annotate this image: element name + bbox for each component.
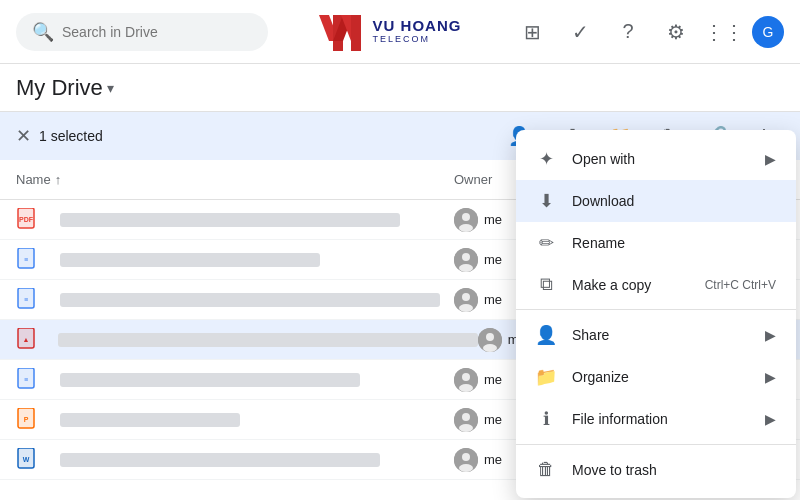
user-avatar bbox=[478, 328, 502, 352]
file-icon: ≡ bbox=[16, 288, 48, 312]
menu-item-rename[interactable]: ✏ Rename bbox=[516, 222, 796, 264]
file-type-icon: ≡ bbox=[16, 248, 40, 272]
svg-text:≡: ≡ bbox=[24, 376, 28, 383]
file-name-area bbox=[60, 413, 454, 427]
menu-icon-make-copy: ⧉ bbox=[536, 274, 556, 295]
menu-icon-share: 👤 bbox=[536, 324, 556, 346]
search-icon: 🔍 bbox=[32, 21, 54, 43]
menu-label-rename: Rename bbox=[572, 235, 776, 251]
menu-item-trash[interactable]: 🗑 Move to trash bbox=[516, 449, 796, 490]
file-type-icon: P bbox=[16, 408, 40, 432]
avatar[interactable]: G bbox=[752, 16, 784, 48]
search-input[interactable] bbox=[62, 24, 252, 40]
file-name-area bbox=[60, 213, 454, 227]
svg-point-45 bbox=[462, 453, 470, 461]
file-icon: W bbox=[16, 448, 48, 472]
file-type-icon: ▲ bbox=[16, 328, 40, 352]
apps-icon-btn[interactable]: ⋮⋮ bbox=[704, 12, 744, 52]
svg-point-16 bbox=[459, 264, 473, 272]
menu-label-trash: Move to trash bbox=[572, 462, 776, 478]
file-name-placeholder bbox=[58, 333, 478, 347]
file-name-area bbox=[60, 293, 454, 307]
menu-label-download: Download bbox=[572, 193, 776, 209]
file-icon: ≡ bbox=[16, 248, 48, 272]
file-name-placeholder bbox=[60, 293, 440, 307]
file-name-placeholder bbox=[60, 373, 360, 387]
svg-text:▲: ▲ bbox=[23, 336, 30, 343]
menu-item-open-with[interactable]: ✦ Open with ▶ bbox=[516, 138, 796, 180]
logo-area: VU HOANG TELECOM bbox=[280, 13, 500, 51]
settings-icon-btn[interactable]: ⚙ bbox=[656, 12, 696, 52]
menu-item-make-copy[interactable]: ⧉ Make a copy Ctrl+C Ctrl+V bbox=[516, 264, 796, 305]
menu-label-open-with: Open with bbox=[572, 151, 749, 167]
menu-arrow-file-info: ▶ bbox=[765, 411, 776, 427]
svg-point-34 bbox=[459, 384, 473, 392]
vh-logo-icon bbox=[319, 13, 367, 51]
menu-icon-open-with: ✦ bbox=[536, 148, 556, 170]
svg-marker-4 bbox=[351, 15, 361, 51]
user-avatar bbox=[454, 448, 478, 472]
search-bar[interactable]: 🔍 bbox=[16, 13, 268, 51]
svg-point-10 bbox=[459, 224, 473, 232]
file-name-placeholder bbox=[60, 253, 320, 267]
close-selection-button[interactable]: ✕ bbox=[16, 125, 31, 147]
column-name[interactable]: Name ↑ bbox=[16, 172, 454, 187]
svg-point-9 bbox=[462, 213, 470, 221]
menu-shortcut-make-copy: Ctrl+C Ctrl+V bbox=[705, 278, 776, 292]
sort-icon: ↑ bbox=[55, 172, 62, 187]
svg-point-15 bbox=[462, 253, 470, 261]
file-icon: ≡ bbox=[16, 368, 48, 392]
menu-arrow-open-with: ▶ bbox=[765, 151, 776, 167]
svg-text:P: P bbox=[24, 416, 29, 423]
check-circle-icon-btn[interactable]: ✓ bbox=[560, 12, 600, 52]
owner-label: me bbox=[484, 372, 502, 387]
svg-text:≡: ≡ bbox=[24, 296, 28, 303]
file-name-area bbox=[60, 373, 454, 387]
file-icon: P bbox=[16, 408, 48, 432]
help-icon-btn[interactable]: ? bbox=[608, 12, 648, 52]
menu-icon-file-info: ℹ bbox=[536, 408, 556, 430]
svg-point-46 bbox=[459, 464, 473, 472]
user-avatar bbox=[454, 368, 478, 392]
menu-label-organize: Organize bbox=[572, 369, 749, 385]
svg-point-22 bbox=[459, 304, 473, 312]
svg-text:≡: ≡ bbox=[24, 256, 28, 263]
menu-item-download[interactable]: ⬇ Download bbox=[516, 180, 796, 222]
user-avatar bbox=[454, 288, 478, 312]
equalizer-icon-btn[interactable]: ⊞ bbox=[512, 12, 552, 52]
owner-label: me bbox=[484, 212, 502, 227]
context-menu: ✦ Open with ▶ ⬇ Download ✏ Rename ⧉ Make… bbox=[516, 130, 796, 498]
file-icon: PDF bbox=[16, 208, 48, 232]
owner-label: me bbox=[484, 452, 502, 467]
menu-icon-trash: 🗑 bbox=[536, 459, 556, 480]
file-name-placeholder bbox=[60, 213, 400, 227]
logo-text: VU HOANG TELECOM bbox=[373, 18, 462, 44]
menu-icon-organize: 📁 bbox=[536, 366, 556, 388]
owner-label: me bbox=[484, 412, 502, 427]
header: 🔍 VU HOANG TELECOM ⊞ ✓ ? ⚙ bbox=[0, 0, 800, 64]
svg-point-27 bbox=[486, 333, 494, 341]
file-name-area bbox=[60, 253, 454, 267]
menu-label-file-info: File information bbox=[572, 411, 749, 427]
svg-text:W: W bbox=[23, 456, 30, 463]
menu-item-organize[interactable]: 📁 Organize ▶ bbox=[516, 356, 796, 398]
user-avatar bbox=[454, 208, 478, 232]
svg-point-33 bbox=[462, 373, 470, 381]
menu-divider bbox=[516, 444, 796, 445]
file-name-placeholder bbox=[60, 413, 240, 427]
menu-item-file-info[interactable]: ℹ File information ▶ bbox=[516, 398, 796, 440]
menu-divider bbox=[516, 309, 796, 310]
svg-text:PDF: PDF bbox=[19, 216, 34, 223]
menu-label-make-copy: Make a copy bbox=[572, 277, 689, 293]
menu-item-share[interactable]: 👤 Share ▶ bbox=[516, 314, 796, 356]
menu-arrow-organize: ▶ bbox=[765, 369, 776, 385]
user-avatar bbox=[454, 408, 478, 432]
dropdown-arrow-icon[interactable]: ▾ bbox=[107, 80, 114, 96]
menu-label-share: Share bbox=[572, 327, 749, 343]
svg-point-21 bbox=[462, 293, 470, 301]
file-type-icon: W bbox=[16, 448, 40, 472]
menu-arrow-share: ▶ bbox=[765, 327, 776, 343]
menu-icon-rename: ✏ bbox=[536, 232, 556, 254]
logo-sub: TELECOM bbox=[373, 35, 462, 45]
file-type-icon: PDF bbox=[16, 208, 40, 232]
